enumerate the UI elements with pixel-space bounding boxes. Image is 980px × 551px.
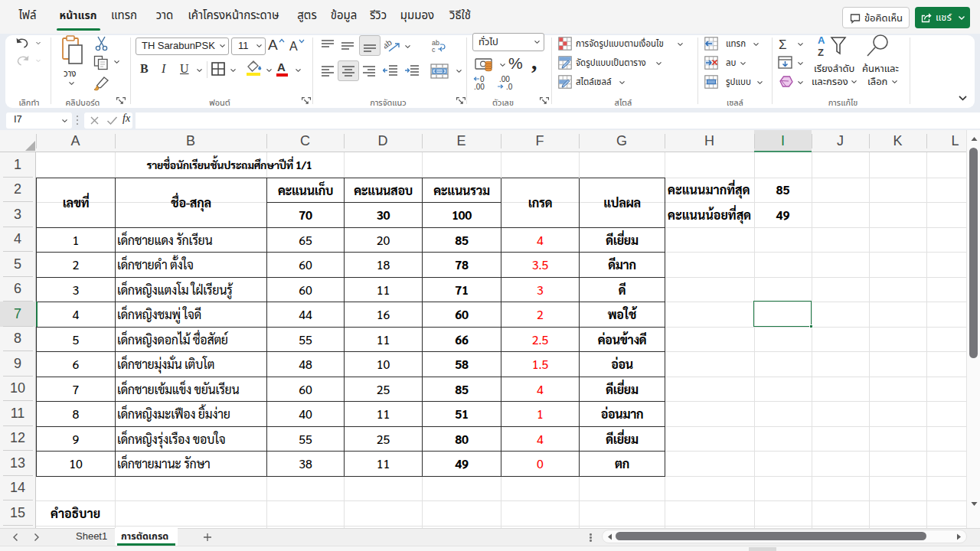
- svg-text:.0: .0: [506, 83, 513, 90]
- svg-text:A: A: [818, 34, 825, 46]
- svg-text:.00: .00: [474, 83, 485, 90]
- svg-text:c: c: [432, 46, 436, 54]
- svg-text:Z: Z: [818, 47, 824, 57]
